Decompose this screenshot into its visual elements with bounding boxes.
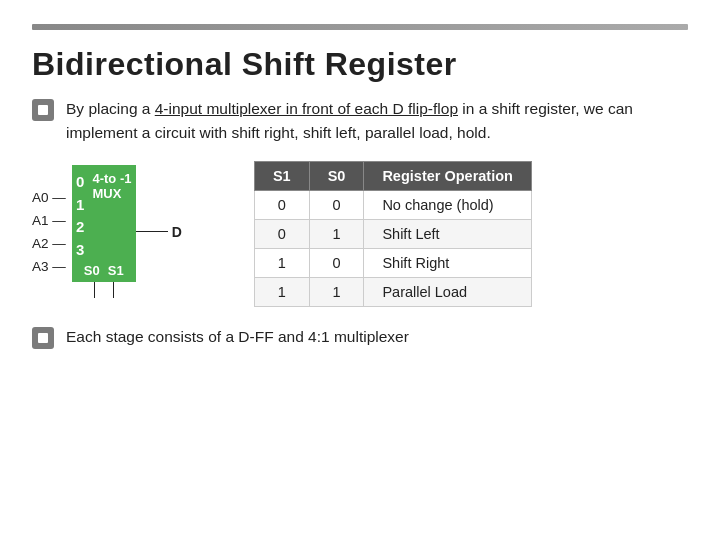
mux-s-row: S0 S1 [74,263,134,278]
bullet-1: By placing a 4-input multiplexer in fron… [32,97,688,145]
mux-num-1: 1 [76,194,84,217]
table-cell-s0: 1 [309,278,364,307]
table-header-op: Register Operation [364,162,532,191]
mux-input-a0: A0 — [32,186,72,209]
s0-line [94,282,95,298]
table-row: 00No change (hold) [254,191,531,220]
page-title: Bidirectional Shift Register [32,46,688,83]
mux-nums-col: 0 1 2 3 [76,171,84,261]
mux-d-label: D [172,224,182,240]
mux-num-0: 0 [76,171,84,194]
s1-line [113,282,114,298]
mux-inputs: A0 — A1 — A2 — A3 — [32,186,72,278]
table-wrapper: S1 S0 Register Operation 00No change (ho… [254,161,688,307]
table-row: 10Shift Right [254,249,531,278]
bullet-text-2: Each stage consists of a D-FF and 4:1 mu… [66,325,409,349]
bullet-text-1: By placing a 4-input multiplexer in fron… [66,97,688,145]
mux-label-mux: MUX [92,186,121,201]
table-cell-op: Shift Left [364,220,532,249]
table-cell-s0: 1 [309,220,364,249]
s-lines [72,282,136,298]
mux-diagram-area: A0 — A1 — A2 — A3 — 0 1 2 [32,165,182,298]
table-cell-s1: 1 [254,278,309,307]
bullet-icon-2 [32,327,54,349]
table-cell-op: No change (hold) [364,191,532,220]
mux-s1-label: S1 [108,263,124,278]
page: Bidirectional Shift Register By placing … [0,0,720,540]
header-bar [32,24,688,30]
mux-s0-label: S0 [84,263,100,278]
mux-input-a3: A3 — [32,255,72,278]
table-cell-op: Parallel Load [364,278,532,307]
table-row: 01Shift Left [254,220,531,249]
table-header-s1: S1 [254,162,309,191]
table-cell-s1: 0 [254,191,309,220]
mux-input-a2: A2 — [32,232,72,255]
table-cell-op: Shift Right [364,249,532,278]
mux-box-nums: 0 1 2 3 4-to -1 MUX [74,171,134,261]
output-line [136,231,168,232]
mux-box: 0 1 2 3 4-to -1 MUX [72,165,136,282]
mux-num-3: 3 [76,239,84,262]
mux-box-wrapper: 0 1 2 3 4-to -1 MUX [72,165,136,298]
mux-label-4to: 4-to -1 [92,171,131,186]
mux-label-col: 4-to -1 MUX [92,171,131,201]
diagram-and-table: A0 — A1 — A2 — A3 — 0 1 2 [32,161,688,307]
table-cell-s1: 1 [254,249,309,278]
table-cell-s1: 0 [254,220,309,249]
mux-num-2: 2 [76,216,84,239]
content-area: By placing a 4-input multiplexer in fron… [32,97,688,520]
mux-output: D [136,224,182,240]
table-header-s0: S0 [309,162,364,191]
mux-input-a1: A1 — [32,209,72,232]
bullet-2: Each stage consists of a D-FF and 4:1 mu… [32,325,688,349]
table-cell-s0: 0 [309,191,364,220]
mux-diagram: A0 — A1 — A2 — A3 — 0 1 2 [32,165,182,298]
operation-table: S1 S0 Register Operation 00No change (ho… [254,161,532,307]
bullet-icon-1 [32,99,54,121]
table-cell-s0: 0 [309,249,364,278]
table-row: 11Parallel Load [254,278,531,307]
